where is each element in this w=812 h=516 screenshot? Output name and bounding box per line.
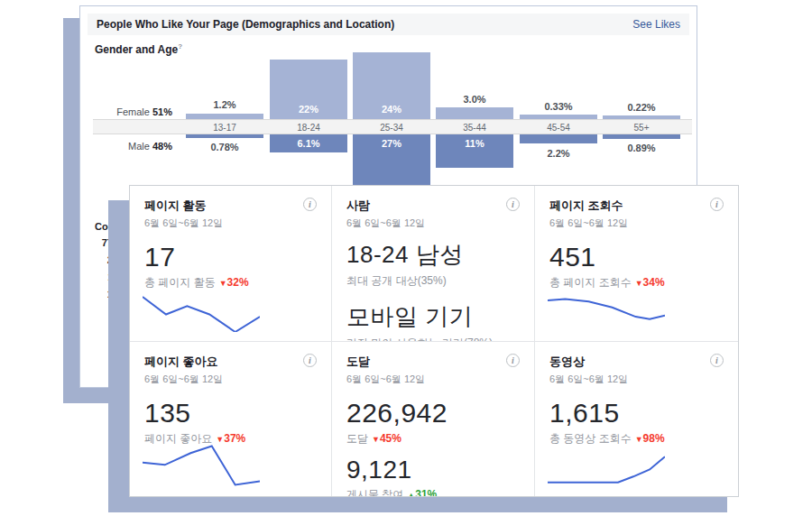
- female-total: Female 51%: [89, 106, 172, 117]
- metric-value: 1,615: [549, 398, 724, 428]
- top-audience-caption: 최대 공개 대상(35%): [346, 273, 520, 289]
- metric-value: 451: [549, 242, 724, 272]
- card-title: 페이지 활동: [144, 198, 207, 214]
- female-value-45-54: 0.33%: [520, 101, 597, 112]
- sparkline-chart: [143, 440, 260, 487]
- engagement-value: 9,121: [346, 456, 520, 484]
- female-value-55plus: 0.22%: [603, 102, 680, 113]
- card-page-views[interactable]: 페이지 조회수 i 6월 6일~6월 12일 451 총 페이지 조회수▼34%: [535, 186, 738, 342]
- bar-female-55plus[interactable]: [603, 115, 680, 119]
- info-icon[interactable]: i: [710, 198, 724, 211]
- date-range: 6월 6일~6월 12일: [346, 217, 520, 230]
- card-page-activity[interactable]: 페이지 활동 i 6월 6일~6월 12일 17 총 페이지 활동▼32%: [130, 186, 332, 342]
- panel-title: People Who Like Your Page (Demographics …: [97, 18, 394, 31]
- bar-male-45-54[interactable]: [520, 134, 597, 143]
- female-value-25-34: 24%: [353, 104, 430, 115]
- bar-female-45-54[interactable]: [520, 115, 597, 119]
- bar-male-55plus[interactable]: [603, 134, 680, 139]
- bar-male-13-17[interactable]: [186, 134, 263, 138]
- card-video[interactable]: 동영상 i 6월 6일~6월 12일 1,615 총 동영상 조회수▼98%: [535, 342, 738, 496]
- engagement-label: 게시물 참여▲31%: [346, 487, 520, 496]
- sparkline-chart: [548, 440, 665, 487]
- bar-female-35-44[interactable]: [436, 107, 513, 119]
- female-value-35-44: 3.0%: [436, 94, 513, 105]
- male-value-25-34: 27%: [353, 138, 430, 149]
- male-value-13-17: 0.78%: [186, 142, 263, 152]
- section-title-gender-age: Gender and Age?: [95, 42, 182, 56]
- date-range: 6월 6일~6월 12일: [144, 373, 317, 386]
- male-total: Male 48%: [89, 141, 172, 152]
- male-value-18-24: 6.1%: [270, 138, 347, 149]
- date-range: 6월 6일~6월 12일: [549, 217, 724, 230]
- male-value-35-44: 11%: [436, 138, 513, 149]
- reach-label: 도달▼45%: [346, 431, 520, 447]
- card-title: 페이지 좋아요: [144, 354, 218, 370]
- panel-header: People Who Like Your Page (Demographics …: [88, 14, 689, 35]
- age-label-35-44: 35-44: [436, 121, 513, 134]
- top-device-value: 모바일 기기: [346, 301, 520, 333]
- help-icon[interactable]: ?: [178, 42, 182, 51]
- sparkline-chart: [143, 285, 260, 332]
- date-range: 6월 6일~6월 12일: [144, 217, 317, 230]
- age-label-55plus: 55+: [603, 121, 680, 134]
- trend-up-icon: ▲: [407, 491, 415, 496]
- info-icon[interactable]: i: [710, 354, 724, 367]
- card-reach[interactable]: 도달 i 6월 6일~6월 12일 226,942 도달▼45% 9,121 게…: [332, 342, 535, 496]
- age-label-13-17: 13-17: [186, 121, 263, 134]
- card-title: 도달: [346, 354, 370, 370]
- date-range: 6월 6일~6월 12일: [549, 373, 724, 386]
- card-people[interactable]: 사람 i 6월 6일~6월 12일 18-24 남성 최대 공개 대상(35%)…: [332, 186, 535, 342]
- top-device-caption: 가장 많이 사용하는 기기(78%): [346, 336, 520, 342]
- info-icon[interactable]: i: [303, 198, 317, 211]
- bar-female-13-17[interactable]: [186, 114, 263, 119]
- info-icon[interactable]: i: [506, 198, 520, 211]
- date-range: 6월 6일~6월 12일: [346, 373, 520, 386]
- age-label-45-54: 45-54: [520, 121, 597, 134]
- metric-value: 135: [144, 398, 317, 428]
- male-value-55plus: 0.89%: [603, 143, 680, 153]
- card-title: 페이지 조회수: [549, 198, 623, 214]
- card-page-likes[interactable]: 페이지 좋아요 i 6월 6일~6월 12일 135 페이지 좋아요▼37%: [130, 342, 332, 496]
- metric-value: 17: [144, 242, 317, 272]
- card-title: 사람: [346, 198, 370, 214]
- info-icon[interactable]: i: [506, 354, 520, 367]
- age-label-18-24: 18-24: [270, 121, 347, 134]
- sparkline-chart: [548, 285, 665, 332]
- male-value-45-54: 2.2%: [520, 148, 597, 159]
- see-likes-link[interactable]: See Likes: [632, 18, 680, 31]
- age-label-25-34: 25-34: [353, 121, 430, 134]
- reach-value: 226,942: [346, 398, 520, 428]
- female-value-18-24: 22%: [270, 104, 347, 115]
- info-icon[interactable]: i: [303, 354, 317, 367]
- top-audience-value: 18-24 남성: [346, 239, 520, 271]
- trend-down-icon: ▼: [372, 435, 380, 444]
- female-value-13-17: 1.2%: [186, 99, 263, 110]
- card-title: 동영상: [549, 354, 585, 370]
- insights-cards-panel: 페이지 활동 i 6월 6일~6월 12일 17 총 페이지 활동▼32% 사람…: [129, 185, 739, 497]
